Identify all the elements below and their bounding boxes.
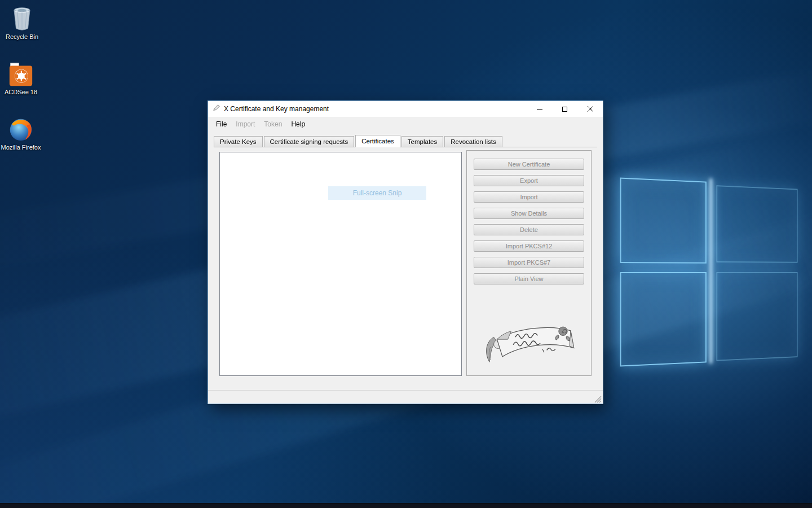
delete-button[interactable]: Delete <box>474 224 584 235</box>
tabbar: Private Keys Certificate signing request… <box>214 135 597 147</box>
menubar: File Import Token Help <box>208 117 603 132</box>
desktop-icon-label: Mozilla Firefox <box>0 144 45 151</box>
tab-revocation-lists[interactable]: Revocation lists <box>444 136 502 147</box>
certificate-list[interactable]: Full-screen Snip <box>219 152 462 376</box>
desktop-icon-label: Recycle Bin <box>0 33 46 41</box>
menu-file[interactable]: File <box>211 119 231 130</box>
recycle-bin-icon <box>0 3 46 32</box>
windows-logo-divider <box>709 178 712 364</box>
menu-help[interactable]: Help <box>286 119 310 130</box>
minimize-button[interactable] <box>527 101 552 117</box>
resize-grip[interactable] <box>594 395 602 402</box>
windows-logo <box>614 168 798 376</box>
xca-window: X Certificate and Key management File Im… <box>208 100 603 404</box>
desktop-icon-firefox[interactable]: Mozilla Firefox <box>0 114 45 151</box>
windows-logo-pane <box>716 272 797 361</box>
firefox-icon <box>0 114 45 142</box>
plain-view-button[interactable]: Plain View <box>474 273 584 284</box>
import-pkcs7-button[interactable]: Import PKCS#7 <box>474 257 584 268</box>
tab-templates[interactable]: Templates <box>401 136 443 147</box>
statusbar <box>208 390 603 404</box>
acdsee-icon <box>0 59 45 87</box>
import-button[interactable]: Import <box>474 191 584 203</box>
fullscreen-snip-overlay[interactable]: Full-screen Snip <box>328 186 426 200</box>
windows-logo-pane <box>716 185 797 262</box>
taskbar[interactable] <box>0 503 812 508</box>
xca-logo-banner <box>477 314 581 371</box>
import-pkcs12-button[interactable]: Import PKCS#12 <box>474 240 584 252</box>
tab-private-keys[interactable]: Private Keys <box>214 136 263 147</box>
tab-certificates[interactable]: Certificates <box>355 135 400 147</box>
desktop-icon-acdsee[interactable]: ACDSee 18 <box>0 59 45 96</box>
app-icon <box>213 104 220 114</box>
new-certificate-button[interactable]: New Certificate <box>474 159 584 170</box>
titlebar[interactable]: X Certificate and Key management <box>208 101 603 117</box>
export-button[interactable]: Export <box>474 175 584 186</box>
tab-certificate-signing-requests[interactable]: Certificate signing requests <box>264 136 355 147</box>
minimize-icon <box>537 109 542 110</box>
windows-logo-pane <box>620 272 707 366</box>
menu-token[interactable]: Token <box>259 119 286 130</box>
close-icon <box>588 106 593 112</box>
desktop-icon-label: ACDSee 18 <box>0 89 45 96</box>
show-details-button[interactable]: Show Details <box>474 208 584 219</box>
window-title: X Certificate and Key management <box>224 105 329 113</box>
side-button-panel: New Certificate Export Import Show Detai… <box>466 150 592 376</box>
windows-logo-pane <box>620 178 707 264</box>
maximize-icon <box>562 107 567 112</box>
menu-import[interactable]: Import <box>231 119 259 130</box>
desktop-icon-recycle-bin[interactable]: Recycle Bin <box>0 3 46 41</box>
maximize-button[interactable] <box>552 101 577 117</box>
close-button[interactable] <box>577 101 603 117</box>
